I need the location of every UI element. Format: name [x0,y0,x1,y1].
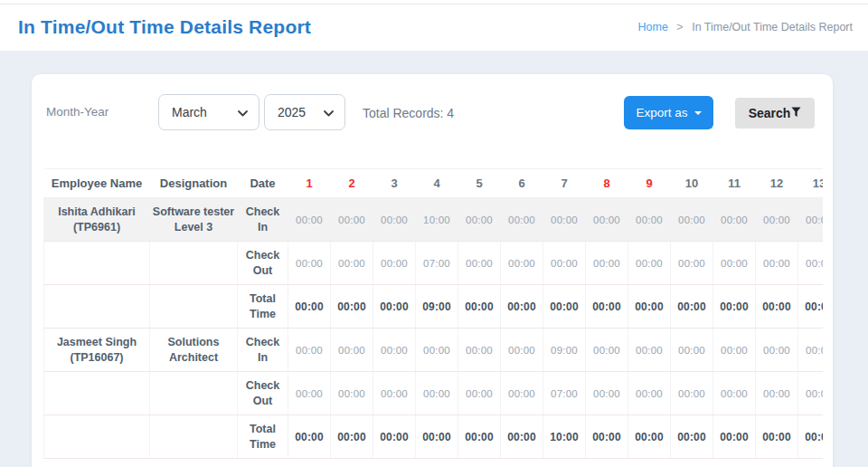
date-row-label: Total Time [238,415,288,459]
table-row: Total Time00:0000:0000:0000:0000:0000:00… [44,415,824,459]
time-cell: 00:00 [586,198,628,242]
time-cell: 00:00 [756,415,798,459]
search-button[interactable]: Search [735,98,815,129]
time-cell: 00:00 [543,285,586,329]
employee-name-cell: Ishita Adhikari(TP6961) [44,198,150,242]
search-label: Search [749,106,791,120]
time-cell: 00:00 [671,415,713,459]
time-cell: 00:00 [288,242,331,285]
breadcrumb-home-link[interactable]: Home [638,21,668,33]
caret-down-icon [694,111,702,115]
time-cell: 00:00 [373,242,416,285]
time-cell: 00:00 [628,242,671,285]
time-cell: 09:00 [543,329,586,372]
time-cell: 00:00 [756,329,798,372]
chevron-down-icon [238,105,248,119]
date-row-label: Total Time [238,285,288,329]
time-cell: 00:00 [798,415,824,459]
time-cell: 00:00 [288,285,331,329]
time-cell: 00:00 [416,415,458,459]
table-row: Check Out00:0000:0000:0007:0000:0000:000… [44,242,824,285]
day-header: 3 [373,169,416,198]
designation-cell [150,285,238,329]
time-cell: 00:00 [713,372,756,415]
breadcrumb-separator: > [676,21,683,33]
column-header: Employee Name [44,169,150,198]
column-header: Date [238,169,288,198]
designation-cell [150,415,238,459]
time-cell: 00:00 [501,285,543,329]
time-cell: 09:00 [416,285,458,329]
time-cell: 00:00 [756,198,798,242]
time-cell: 00:00 [501,372,543,415]
time-cell: 00:00 [628,285,671,329]
time-cell: 00:00 [458,372,501,415]
time-cell: 00:00 [628,415,671,459]
day-header: 10 [671,169,713,198]
month-select[interactable]: March [158,94,259,130]
time-cell: 00:00 [713,242,756,285]
time-cell: 00:00 [671,242,713,285]
table-row: Check Out00:0000:0000:0000:0000:0000:000… [44,372,824,415]
time-cell: 00:00 [798,242,824,285]
time-cell: 00:00 [288,198,331,242]
time-cell: 00:00 [458,329,501,372]
time-cell: 07:00 [416,242,458,285]
designation-cell [150,242,238,285]
time-cell: 00:00 [798,285,824,329]
total-records: Total Records: 4 [363,106,454,120]
time-cell: 00:00 [756,242,798,285]
page-header: In Time/Out Time Details Report Home > I… [0,0,868,51]
time-cell: 00:00 [543,242,586,285]
date-row-label: Check In [238,329,288,372]
breadcrumb: Home > In Time/Out Time Details Report [638,21,853,33]
time-cell: 00:00 [586,415,628,459]
time-cell: 00:00 [586,242,628,285]
date-row-label: Check Out [238,242,288,285]
breadcrumb-current: In Time/Out Time Details Report [692,21,853,33]
report-card: Month-Year March 2025 Total Records: 4 E… [32,74,833,467]
employee-name-cell [44,242,150,285]
time-cell: 00:00 [798,372,824,415]
designation-cell [150,372,238,415]
day-header: 6 [501,169,543,198]
time-cell: 00:00 [288,415,331,459]
page-title: In Time/Out Time Details Report [18,16,311,38]
export-as-button[interactable]: Export as [624,96,713,129]
time-cell: 00:00 [331,329,373,372]
day-header: 1 [288,169,331,198]
employee-name-cell [44,372,150,415]
time-cell: 00:00 [628,329,671,372]
table-scroll-area[interactable]: Employee NameDesignationDate123456789101… [43,168,823,459]
chevron-down-icon [324,105,334,119]
time-cell: 00:00 [628,372,671,415]
filter-row: Month-Year March 2025 Total Records: 4 E… [32,74,833,168]
day-header: 12 [756,169,798,198]
day-header: 11 [713,169,756,198]
time-cell: 00:00 [501,198,543,242]
day-header: 8 [586,169,628,198]
time-cell: 00:00 [373,285,416,329]
year-select-value: 2025 [278,105,306,119]
time-cell: 10:00 [543,415,586,459]
time-cell: 00:00 [798,198,824,242]
time-cell: 00:00 [458,285,501,329]
intime-outtime-table: Employee NameDesignationDate123456789101… [43,168,823,459]
employee-name-cell [44,285,150,329]
time-cell: 00:00 [416,372,458,415]
time-cell: 00:00 [458,242,501,285]
time-cell: 00:00 [713,285,756,329]
month-select-value: March [172,105,207,119]
time-cell: 00:00 [713,198,756,242]
day-header: 7 [543,169,586,198]
export-as-label: Export as [636,106,687,119]
time-cell: 07:00 [543,372,586,415]
time-cell: 00:00 [501,415,543,459]
year-select[interactable]: 2025 [264,94,345,130]
time-cell: 00:00 [331,372,373,415]
page: In Time/Out Time Details Report Home > I… [0,0,868,467]
filter-funnel-icon [790,106,801,120]
time-cell: 00:00 [671,372,713,415]
time-cell: 00:00 [798,329,824,372]
time-cell: 00:00 [458,198,501,242]
